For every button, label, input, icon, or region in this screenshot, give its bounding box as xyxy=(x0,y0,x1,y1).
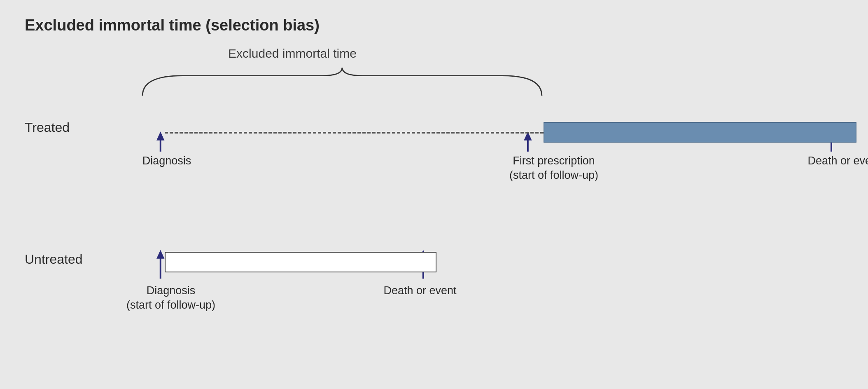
label-death-untreated: Death or event xyxy=(371,284,469,298)
label-first-prescription: First prescription (start of follow-up) xyxy=(494,154,614,183)
svg-marker-1 xyxy=(156,131,164,140)
untreated-label: Untreated xyxy=(25,252,83,267)
dashed-line xyxy=(165,132,544,134)
brace-label: Excluded immortal time xyxy=(148,47,436,61)
label-death-treated: Death or event xyxy=(795,154,868,168)
diagram-svg xyxy=(25,47,843,384)
untreated-bar xyxy=(165,252,436,272)
label-diagnosis-treated: Diagnosis xyxy=(119,154,214,168)
treated-label: Treated xyxy=(25,120,70,135)
treated-bar xyxy=(544,122,856,143)
label-diagnosis-untreated: Diagnosis (start of follow-up) xyxy=(115,284,226,312)
svg-marker-7 xyxy=(156,250,164,258)
page-title: Excluded immortal time (selection bias) xyxy=(25,16,843,34)
diagram-container: Excluded immortal time (selection bias) … xyxy=(0,0,868,389)
diagram-area: Excluded immortal time Treated Untreat xyxy=(25,47,843,384)
